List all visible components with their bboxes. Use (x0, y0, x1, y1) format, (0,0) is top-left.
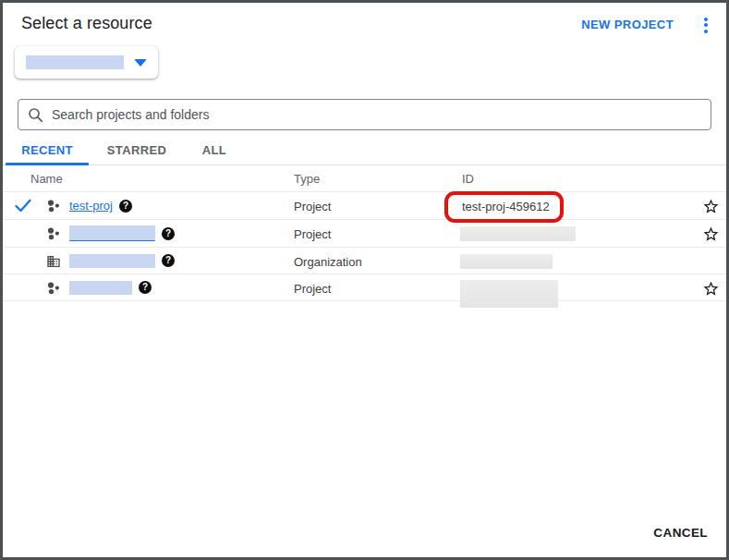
new-project-button[interactable]: NEW PROJECT (581, 18, 674, 31)
redacted-organization-name (69, 254, 155, 268)
selected-check-icon (15, 199, 31, 213)
help-icon[interactable]: ? (162, 227, 175, 240)
page-title: Select a resource (21, 14, 152, 33)
project-icon (46, 226, 61, 241)
column-header-type[interactable]: Type (294, 172, 320, 186)
table-header: Name Type ID (3, 165, 726, 192)
tab-recent[interactable]: RECENT (6, 135, 89, 164)
table-row-test-proj[interactable]: test-proj ? Project test-proj-459612 (3, 192, 726, 220)
select-resource-dialog: Select a resource NEW PROJECT RECENT STA… (0, 0, 729, 560)
table-row-redacted-project[interactable]: ? Project (3, 274, 726, 301)
organization-icon (46, 254, 61, 269)
redacted-project-id (460, 280, 558, 308)
help-icon[interactable]: ? (139, 281, 152, 294)
type-cell: Project (294, 200, 331, 213)
dropdown-arrow-icon (134, 59, 147, 67)
project-name-link[interactable]: test-proj (69, 199, 113, 213)
column-header-id[interactable]: ID (462, 172, 474, 186)
tab-all[interactable]: ALL (185, 135, 244, 164)
project-icon (46, 281, 61, 296)
redacted-scope-value (26, 55, 124, 69)
search-input[interactable] (52, 107, 701, 122)
redacted-project-name (69, 225, 155, 241)
redacted-project-id (460, 226, 576, 241)
help-icon[interactable]: ? (119, 200, 132, 213)
redacted-project-name (69, 281, 132, 295)
search-icon (28, 107, 43, 123)
project-id-cell: test-proj-459612 (462, 200, 550, 213)
type-cell: Project (294, 227, 331, 241)
table-row-redacted-project[interactable]: ? Project (3, 220, 726, 248)
more-options-icon[interactable] (695, 13, 717, 37)
table-row-redacted-organization[interactable]: ? Organization (3, 248, 726, 274)
star-icon[interactable] (702, 225, 720, 243)
project-icon (46, 199, 61, 213)
type-cell: Organization (294, 255, 362, 269)
help-icon[interactable]: ? (162, 254, 175, 267)
search-box (18, 99, 711, 130)
scope-selector-dropdown[interactable] (15, 46, 158, 79)
star-icon[interactable] (702, 280, 720, 298)
redacted-organization-id (460, 254, 553, 269)
star-icon[interactable] (702, 198, 720, 215)
column-header-name[interactable]: Name (30, 172, 63, 186)
cancel-button[interactable]: CANCEL (650, 520, 711, 545)
tab-bar: RECENT STARRED ALL (3, 135, 726, 165)
tab-starred[interactable]: STARRED (89, 135, 185, 164)
type-cell: Project (294, 282, 331, 296)
